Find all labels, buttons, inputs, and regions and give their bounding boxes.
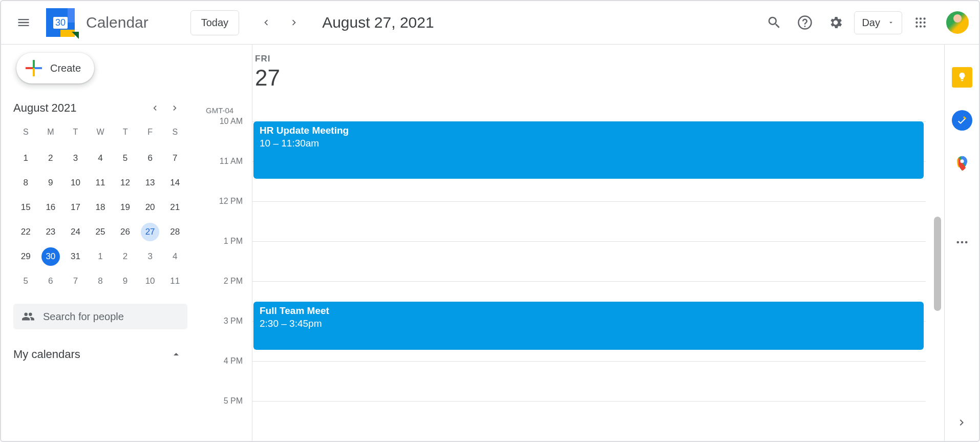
main-menu-button[interactable] (11, 10, 36, 35)
hide-side-panel-button[interactable] (952, 412, 972, 433)
minical-day-cell[interactable]: 28 (162, 220, 187, 244)
calendar-logo: 30 (46, 8, 75, 37)
minical-day-cell[interactable]: 14 (162, 171, 187, 195)
minical-day-cell[interactable]: 20 (138, 195, 163, 220)
minical-day-cell[interactable]: 2 (38, 146, 63, 171)
minical-day-cell[interactable]: 24 (63, 220, 88, 244)
minical-day-cell[interactable]: 7 (162, 146, 187, 171)
minical-day-cell[interactable]: 15 (13, 195, 38, 220)
my-calendars-toggle[interactable]: My calendars (13, 348, 187, 361)
time-label: 10 AM (220, 117, 243, 126)
maps-button[interactable] (952, 153, 972, 174)
help-icon (797, 15, 813, 30)
svg-point-4 (915, 22, 918, 24)
more-addons-button[interactable] (952, 232, 972, 252)
calendar-grid[interactable]: FRI 27 GMT-04 10 AM11 AM12 PM1 PM2 PM3 P… (196, 45, 944, 441)
time-label: 11 AM (220, 157, 243, 166)
scrollbar-thumb[interactable] (934, 217, 941, 311)
minical-day-cell[interactable]: 11 (162, 269, 187, 293)
minical-day-cell[interactable]: 5 (13, 269, 38, 293)
time-label: 5 PM (224, 396, 243, 406)
minical-dow-cell: F (138, 123, 163, 141)
minical-day-cell[interactable]: 1 (13, 146, 38, 171)
minical-day-cell[interactable]: 27 (138, 220, 163, 244)
minical-day-cell[interactable]: 21 (162, 195, 187, 220)
chevron-right-icon (956, 416, 968, 429)
minical-dow-cell: W (88, 123, 113, 141)
time-label: 12 PM (219, 197, 243, 206)
minical-day-cell[interactable]: 9 (38, 171, 63, 195)
svg-point-6 (923, 22, 925, 24)
svg-point-2 (920, 17, 922, 19)
minical-day-cell[interactable]: 29 (13, 244, 38, 269)
minical-day-cell[interactable]: 5 (113, 146, 138, 171)
minical-day-cell[interactable]: 18 (88, 195, 113, 220)
svg-point-9 (923, 25, 925, 27)
minical-day-cell[interactable]: 12 (113, 171, 138, 195)
google-apps-button[interactable] (908, 10, 933, 35)
minical-prev-button[interactable] (144, 98, 165, 118)
minical-day-cell[interactable]: 23 (38, 220, 63, 244)
time-label: 4 PM (224, 356, 243, 366)
minical-day-cell[interactable]: 30 (38, 244, 63, 269)
next-day-button[interactable] (283, 11, 306, 34)
event-time: 10 – 11:30am (260, 137, 918, 150)
minical-day-cell[interactable]: 10 (138, 269, 163, 293)
minical-day-cell[interactable]: 31 (63, 244, 88, 269)
minical-dow-cell: M (38, 123, 63, 141)
minical-day-cell[interactable]: 26 (113, 220, 138, 244)
minical-day-cell[interactable]: 16 (38, 195, 63, 220)
side-panel (944, 45, 979, 441)
minical-day-cell[interactable]: 8 (88, 269, 113, 293)
minical-day-cell[interactable]: 6 (38, 269, 63, 293)
minical-day-cell[interactable]: 19 (113, 195, 138, 220)
minical-day-cell[interactable]: 17 (63, 195, 88, 220)
minical-dow-cell: S (13, 123, 38, 141)
minical-day-cell[interactable]: 3 (138, 244, 163, 269)
time-label: 3 PM (224, 317, 243, 326)
svg-point-13 (965, 241, 967, 244)
minical-day-cell[interactable]: 8 (13, 171, 38, 195)
support-button[interactable] (793, 10, 817, 35)
search-icon (766, 15, 782, 30)
minical-day-cell[interactable]: 13 (138, 171, 163, 195)
create-button[interactable]: Create (16, 53, 94, 83)
day-number: 27 (255, 65, 280, 91)
minical-day-cell[interactable]: 11 (88, 171, 113, 195)
time-label: 1 PM (224, 237, 243, 246)
calendar-event[interactable]: HR Update Meeting10 – 11:30am (253, 121, 924, 179)
minical-day-cell[interactable]: 4 (162, 244, 187, 269)
minical-next-button[interactable] (165, 98, 185, 118)
settings-button[interactable] (823, 10, 848, 35)
account-avatar[interactable] (946, 11, 969, 34)
calendar-event[interactable]: Full Team Meet2:30 – 3:45pm (253, 302, 924, 350)
minical-dow-cell: T (113, 123, 138, 141)
svg-point-11 (956, 241, 959, 244)
minical-day-cell[interactable]: 9 (113, 269, 138, 293)
timezone-label: GMT-04 (206, 106, 233, 115)
minical-day-cell[interactable]: 7 (63, 269, 88, 293)
view-selector[interactable]: Day (854, 11, 902, 34)
search-people-input[interactable]: Search for people (13, 304, 187, 329)
logo-day: 30 (53, 17, 68, 29)
minical-day-cell[interactable]: 25 (88, 220, 113, 244)
minical-day-cell[interactable]: 22 (13, 220, 38, 244)
today-button[interactable]: Today (190, 10, 239, 35)
keep-button[interactable] (952, 67, 972, 88)
minical-day-cell[interactable]: 6 (138, 146, 163, 171)
prev-day-button[interactable] (254, 11, 277, 34)
date-range-title: August 27, 2021 (322, 14, 434, 31)
minical-day-cell[interactable]: 3 (63, 146, 88, 171)
minical-day-cell[interactable]: 10 (63, 171, 88, 195)
tasks-button[interactable] (952, 110, 972, 131)
search-button[interactable] (762, 10, 786, 35)
minical-day-cell[interactable]: 4 (88, 146, 113, 171)
event-time: 2:30 – 3:45pm (260, 318, 918, 330)
minical-day-cell[interactable]: 2 (113, 244, 138, 269)
minical-day-cell[interactable]: 1 (88, 244, 113, 269)
day-header: FRI 27 (255, 54, 280, 91)
svg-point-8 (920, 25, 922, 27)
time-label: 2 PM (224, 277, 243, 286)
minical-header: August 2021 (13, 98, 187, 118)
app-name: Calendar (86, 14, 148, 31)
